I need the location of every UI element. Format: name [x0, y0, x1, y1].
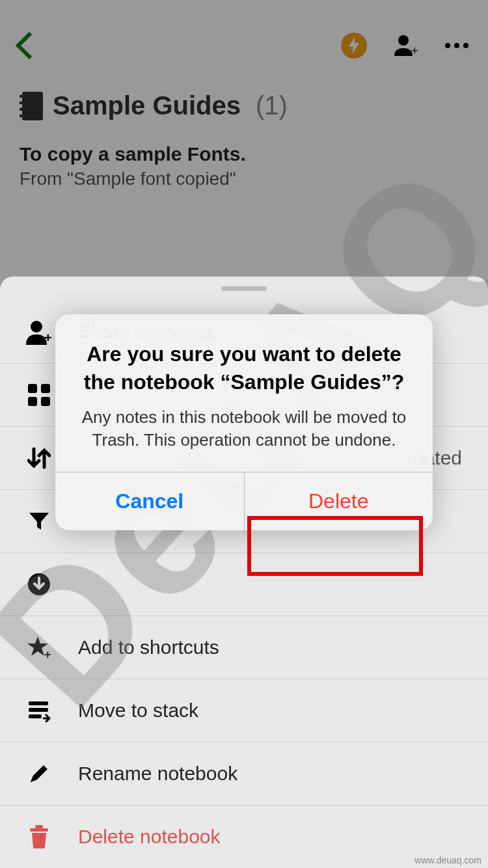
svg-rect-19 [30, 828, 48, 832]
grid-icon [26, 382, 52, 408]
cancel-button[interactable]: Cancel [55, 472, 245, 530]
delete-button[interactable]: Delete [245, 472, 433, 530]
sheet-handle[interactable] [221, 286, 267, 291]
svg-rect-9 [28, 384, 37, 393]
stack-icon [26, 698, 52, 724]
star-add-icon: + [26, 634, 52, 660]
alert-message: Any notes in this notebook will be moved… [75, 406, 413, 452]
svg-point-7 [31, 321, 42, 332]
svg-rect-18 [35, 825, 43, 828]
sheet-item-label: Delete notebook [78, 826, 221, 848]
svg-text:+: + [44, 331, 52, 345]
attribution-text: www.deuaq.com [414, 855, 481, 865]
sort-icon [26, 445, 52, 471]
svg-rect-11 [28, 397, 37, 406]
sheet-move-stack[interactable]: Move to stack [0, 679, 488, 742]
filter-icon [26, 508, 52, 534]
svg-rect-12 [41, 397, 50, 406]
sheet-download[interactable] [0, 553, 488, 616]
alert-title: Are you sure you want to delete the note… [75, 340, 413, 396]
sheet-item-label: Move to stack [78, 699, 198, 722]
confirm-delete-dialog: Are you sure you want to delete the note… [55, 314, 433, 530]
sheet-add-shortcut[interactable]: + Add to shortcuts [0, 616, 488, 679]
download-icon [26, 571, 52, 597]
svg-rect-15 [29, 701, 48, 705]
sheet-rename[interactable]: Rename notebook [0, 742, 488, 806]
svg-rect-10 [41, 384, 50, 393]
trash-icon [26, 824, 52, 850]
pencil-icon [26, 761, 52, 787]
sheet-item-label: Rename notebook [78, 763, 237, 785]
svg-rect-17 [29, 714, 42, 718]
sheet-item-label: Add to shortcuts [78, 636, 219, 658]
person-add-icon: + [26, 319, 52, 345]
svg-rect-16 [29, 708, 48, 712]
svg-text:+: + [44, 648, 51, 660]
